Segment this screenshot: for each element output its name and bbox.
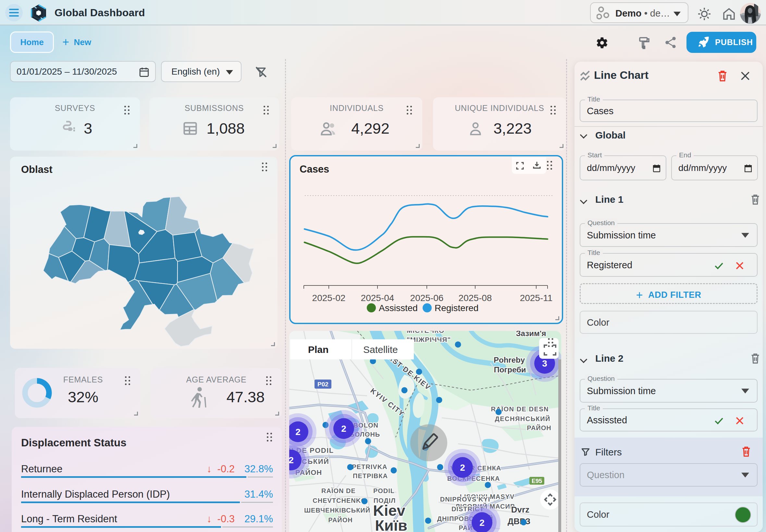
svg-text:Dvrz: Dvrz — [511, 505, 529, 514]
svg-text:E95: E95 — [532, 478, 542, 484]
svg-text:Київ: Київ — [375, 517, 407, 532]
svg-text:P02: P02 — [317, 381, 328, 388]
svg-text:Зазим'я: Зазим'я — [516, 331, 546, 338]
svg-text:PODIL: PODIL — [373, 487, 395, 494]
svg-text:Pohreby: Pohreby — [494, 356, 525, 364]
svg-text:2025-04: 2025-04 — [361, 293, 395, 303]
svg-text:2025-06: 2025-06 — [410, 293, 444, 303]
svg-text:МІСТЕЧКО: МІСТЕЧКО — [407, 331, 445, 334]
svg-text:RAÏON DE: RAÏON DE — [321, 487, 356, 494]
svg-text:2: 2 — [341, 424, 346, 434]
svg-text:Plan: Plan — [308, 344, 328, 355]
svg-text:2: 2 — [480, 518, 485, 528]
svg-text:ДЕСНЯНСЬКИЙ: ДЕСНЯНСЬКИЙ — [495, 415, 551, 422]
svg-text:ШЕВЧЕНКІВСЬКИЙ: ШЕВЧЕНКІВСЬКИЙ — [304, 506, 370, 514]
svg-text:ДВРЗ: ДВРЗ — [508, 516, 531, 526]
svg-text:Погреби: Погреби — [494, 365, 526, 374]
svg-text:2: 2 — [289, 455, 294, 465]
svg-text:2025-02: 2025-02 — [312, 293, 346, 303]
svg-text:Registered: Registered — [435, 303, 479, 313]
svg-text:2025-11: 2025-11 — [520, 293, 553, 303]
svg-text:ПЕТРІВКА: ПЕТРІВКА — [353, 472, 388, 479]
svg-text:DNIPROVS'KYI: DNIPROVS'KYI — [440, 496, 491, 503]
svg-text:РАЙОН: РАЙОН — [328, 516, 352, 524]
svg-text:Satellite: Satellite — [363, 344, 398, 355]
svg-text:CHEVTCHENKO: CHEVTCHENKO — [312, 497, 366, 504]
svg-text:2025-08: 2025-08 — [459, 293, 492, 303]
svg-text:3: 3 — [542, 358, 547, 369]
svg-text:2: 2 — [460, 463, 465, 473]
svg-text:PETRIVKA: PETRIVKA — [352, 463, 387, 470]
svg-text:РАЙОН: РАЙОН — [527, 424, 551, 431]
svg-text:2: 2 — [295, 427, 300, 437]
svg-text:Assissted: Assissted — [379, 303, 418, 313]
